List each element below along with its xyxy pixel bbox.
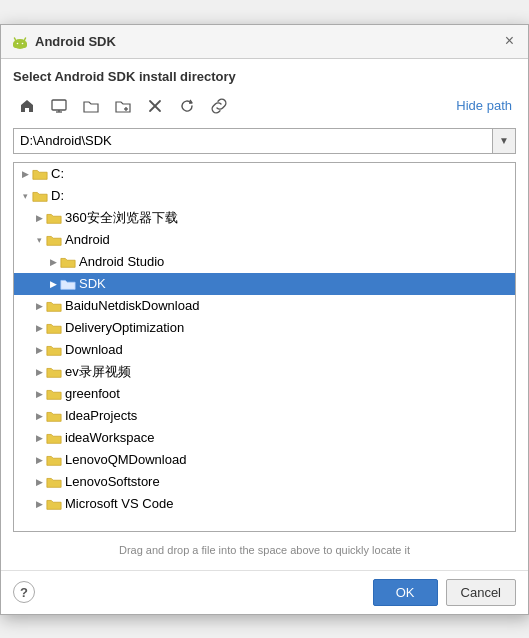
tree-item[interactable]: ▾ D: — [14, 185, 515, 207]
svg-point-4 — [17, 43, 19, 45]
tree-item-label: C: — [51, 166, 64, 181]
expand-arrow-icon: ▶ — [32, 411, 46, 421]
title-bar: Android SDK × — [1, 25, 528, 59]
tree-item-label: LenovoSoftstore — [65, 474, 160, 489]
instruction-text: Select Android SDK install directory — [13, 69, 516, 84]
folder-icon — [46, 299, 62, 313]
tree-item[interactable]: ▶ greenfoot — [14, 383, 515, 405]
tree-item-label: greenfoot — [65, 386, 120, 401]
svg-rect-1 — [13, 42, 27, 48]
expand-arrow-icon: ▶ — [32, 477, 46, 487]
tree-item-label: IdeaProjects — [65, 408, 137, 423]
expand-arrow-icon: ▾ — [32, 235, 46, 245]
folder-icon — [46, 343, 62, 357]
tree-item-label: SDK — [79, 276, 106, 291]
tree-item-label: DeliveryOptimization — [65, 320, 184, 335]
folder-icon — [46, 233, 62, 247]
tree-item-label: BaiduNetdiskDownload — [65, 298, 199, 313]
folder-icon — [60, 255, 76, 269]
hide-path-button[interactable]: Hide path — [452, 96, 516, 115]
expand-arrow-icon: ▶ — [32, 499, 46, 509]
delete-button[interactable] — [141, 94, 169, 118]
tree-item[interactable]: ▾ Android — [14, 229, 515, 251]
android-sdk-dialog: Android SDK × Select Android SDK install… — [0, 24, 529, 615]
refresh-button[interactable] — [173, 94, 201, 118]
dialog-body: Select Android SDK install directory — [1, 59, 528, 570]
tree-item[interactable]: ▶ SDK — [14, 273, 515, 295]
cancel-button[interactable]: Cancel — [446, 579, 516, 606]
path-dropdown-button[interactable]: ▼ — [493, 128, 516, 154]
tree-item-label: ideaWorkspace — [65, 430, 154, 445]
expand-arrow-icon: ▶ — [18, 169, 32, 179]
folder-icon — [46, 475, 62, 489]
tree-item-label: ev录屏视频 — [65, 363, 131, 381]
folder-icon — [46, 211, 62, 225]
tree-item[interactable]: ▶ ideaWorkspace — [14, 427, 515, 449]
tree-item[interactable]: ▶ Microsoft VS Code — [14, 493, 515, 515]
tree-item[interactable]: ▶ LenovoSoftstore — [14, 471, 515, 493]
tree-item-label: Download — [65, 342, 123, 357]
folder-icon — [32, 189, 48, 203]
ok-button[interactable]: OK — [373, 579, 438, 606]
new-folder-button[interactable] — [109, 94, 137, 118]
home-button[interactable] — [13, 94, 41, 118]
title-bar-left: Android SDK — [11, 32, 116, 50]
svg-line-3 — [24, 38, 26, 41]
expand-arrow-icon: ▶ — [32, 301, 46, 311]
folder-icon — [46, 431, 62, 445]
folder-button[interactable] — [77, 94, 105, 118]
help-button[interactable]: ? — [13, 581, 35, 603]
expand-arrow-icon: ▶ — [46, 279, 60, 289]
expand-arrow-icon: ▶ — [32, 389, 46, 399]
tree-item[interactable]: ▶ ev录屏视频 — [14, 361, 515, 383]
expand-arrow-icon: ▶ — [32, 323, 46, 333]
svg-point-5 — [22, 43, 24, 45]
expand-arrow-icon: ▾ — [18, 191, 32, 201]
dialog-title: Android SDK — [35, 34, 116, 49]
tree-item-label: Android Studio — [79, 254, 164, 269]
expand-arrow-icon: ▶ — [32, 345, 46, 355]
link-button[interactable] — [205, 94, 233, 118]
folder-icon — [46, 453, 62, 467]
folder-icon — [32, 167, 48, 181]
tree-item-label: Android — [65, 232, 110, 247]
expand-arrow-icon: ▶ — [32, 367, 46, 377]
tree-item-label: 360安全浏览器下载 — [65, 209, 178, 227]
drag-hint: Drag and drop a file into the space abov… — [13, 540, 516, 560]
tree-item[interactable]: ▶ C: — [14, 163, 515, 185]
path-input[interactable] — [13, 128, 493, 154]
tree-item[interactable]: ▶ 360安全浏览器下载 — [14, 207, 515, 229]
svg-line-2 — [15, 38, 17, 41]
folder-icon — [46, 365, 62, 379]
tree-item[interactable]: ▶ Download — [14, 339, 515, 361]
tree-item[interactable]: ▶ IdeaProjects — [14, 405, 515, 427]
tree-item-label: Microsoft VS Code — [65, 496, 173, 511]
tree-item-label: D: — [51, 188, 64, 203]
folder-icon — [46, 409, 62, 423]
expand-arrow-icon: ▶ — [32, 455, 46, 465]
tree-item[interactable]: ▶ DeliveryOptimization — [14, 317, 515, 339]
toolbar: Hide path — [13, 92, 516, 120]
tree-item[interactable]: ▶ Android Studio — [14, 251, 515, 273]
path-input-row: ▼ — [13, 128, 516, 154]
expand-arrow-icon: ▶ — [46, 257, 60, 267]
close-button[interactable]: × — [501, 31, 518, 51]
folder-icon — [60, 277, 76, 291]
expand-arrow-icon: ▶ — [32, 213, 46, 223]
folder-icon — [46, 497, 62, 511]
footer-buttons: OK Cancel — [373, 579, 516, 606]
tree-item[interactable]: ▶ LenovoQMDownload — [14, 449, 515, 471]
expand-arrow-icon: ▶ — [32, 433, 46, 443]
dialog-footer: ? OK Cancel — [1, 570, 528, 614]
android-icon — [11, 32, 29, 50]
file-tree[interactable]: ▶ C:▾ D:▶ 360安全浏览器下载▾ Android▶ Android S… — [13, 162, 516, 532]
tree-item-label: LenovoQMDownload — [65, 452, 186, 467]
svg-rect-6 — [52, 100, 66, 110]
desktop-button[interactable] — [45, 94, 73, 118]
folder-icon — [46, 387, 62, 401]
folder-icon — [46, 321, 62, 335]
tree-item[interactable]: ▶ BaiduNetdiskDownload — [14, 295, 515, 317]
